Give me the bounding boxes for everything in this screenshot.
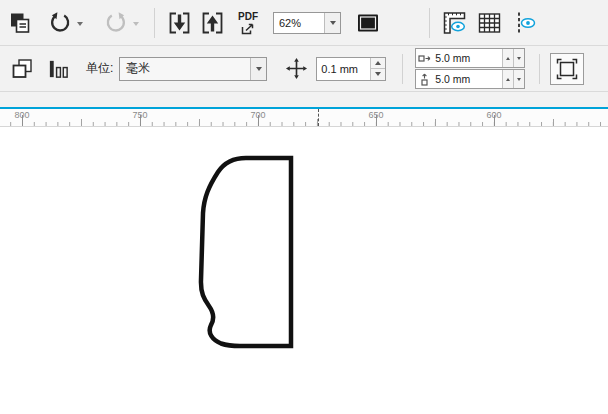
undo-icon bbox=[48, 11, 72, 35]
nudge-offset-icon-wrap bbox=[285, 57, 308, 80]
redo-button[interactable] bbox=[102, 5, 130, 41]
duplicate-x-increase-button[interactable] bbox=[502, 49, 513, 67]
duplicate-x-spinner bbox=[502, 49, 524, 67]
chevron-down-icon bbox=[77, 22, 83, 29]
chevron-down-icon bbox=[330, 21, 336, 28]
duplicate-x-decrease-button[interactable] bbox=[513, 49, 524, 67]
units-dropdown[interactable]: 毫米 bbox=[119, 57, 267, 81]
pdf-label: PDF bbox=[238, 11, 258, 22]
duplicate-distance-group bbox=[415, 48, 525, 89]
ruler-label: 600 bbox=[486, 110, 501, 120]
chevron-down-icon bbox=[256, 67, 262, 74]
ruler-label: 650 bbox=[368, 110, 383, 120]
chevron-down-icon bbox=[133, 22, 139, 29]
units-label: 单位: bbox=[86, 60, 113, 77]
nudge-increase-button[interactable] bbox=[371, 58, 385, 69]
separator bbox=[429, 8, 430, 38]
up-arrow-icon bbox=[506, 57, 510, 60]
zoom-combobox bbox=[273, 12, 341, 34]
units-dropdown-button[interactable] bbox=[250, 58, 266, 80]
nudge-arrows-icon bbox=[285, 57, 308, 80]
fullscreen-preview-icon bbox=[355, 12, 381, 34]
duplicate-y-increase-button[interactable] bbox=[502, 70, 513, 88]
units-value: 毫米 bbox=[120, 58, 250, 80]
undo-group bbox=[46, 5, 86, 41]
undo-dropdown-button[interactable] bbox=[74, 5, 86, 41]
ruler-label: 800 bbox=[14, 110, 29, 120]
show-guidelines-button[interactable] bbox=[510, 5, 539, 41]
horizontal-ruler[interactable]: 800 750 700 650 600 bbox=[0, 107, 608, 127]
redo-icon bbox=[104, 11, 128, 35]
rulers-icon bbox=[442, 11, 467, 35]
up-arrow-icon bbox=[506, 78, 510, 81]
nudge-decrease-button[interactable] bbox=[371, 68, 385, 80]
property-bar: 单位: 毫米 bbox=[0, 46, 608, 92]
standard-toolbar: PDF bbox=[0, 0, 608, 46]
publish-pdf-button[interactable]: PDF bbox=[235, 5, 261, 41]
duplicate-y-icon bbox=[416, 73, 433, 86]
fullscreen-preview-button[interactable] bbox=[353, 5, 383, 41]
show-rulers-button[interactable] bbox=[440, 5, 469, 41]
export-icon bbox=[200, 11, 225, 35]
ruler-label: 700 bbox=[250, 110, 265, 120]
show-grid-button[interactable] bbox=[475, 5, 504, 41]
undo-button[interactable] bbox=[46, 5, 74, 41]
page-size-all-pages-button[interactable] bbox=[8, 51, 37, 87]
nudge-offset-input[interactable] bbox=[317, 58, 370, 80]
duplicate-distance-y-field bbox=[415, 69, 525, 89]
ruler-ticks-major bbox=[0, 115, 608, 126]
columns-icon bbox=[47, 57, 70, 81]
drawing-canvas[interactable] bbox=[0, 127, 608, 414]
duplicate-y-spinner bbox=[502, 70, 524, 88]
bounding-box-icon bbox=[555, 57, 579, 81]
copy-icon bbox=[8, 11, 32, 35]
import-icon bbox=[167, 11, 192, 35]
zoom-input[interactable] bbox=[274, 13, 324, 33]
copy-button[interactable] bbox=[6, 5, 34, 41]
curve-object[interactable] bbox=[201, 158, 291, 346]
grid-icon bbox=[477, 11, 502, 35]
redo-group bbox=[102, 5, 142, 41]
canvas-objects bbox=[0, 127, 608, 414]
separator bbox=[539, 54, 540, 84]
toolbar-gap bbox=[0, 92, 608, 107]
down-arrow-icon bbox=[517, 78, 521, 81]
duplicate-y-decrease-button[interactable] bbox=[513, 70, 524, 88]
import-button[interactable] bbox=[165, 5, 194, 41]
down-arrow-icon bbox=[375, 72, 381, 76]
guidelines-icon bbox=[512, 11, 537, 35]
down-arrow-icon bbox=[517, 57, 521, 60]
ruler-label: 750 bbox=[132, 110, 147, 120]
up-arrow-icon bbox=[375, 61, 381, 65]
separator bbox=[402, 54, 403, 84]
duplicate-x-input[interactable] bbox=[433, 52, 502, 64]
redo-dropdown-button[interactable] bbox=[130, 5, 142, 41]
ruler-position-marker bbox=[318, 109, 319, 126]
duplicate-y-input[interactable] bbox=[433, 73, 502, 85]
bounding-box-toggle[interactable] bbox=[550, 53, 584, 85]
pdf-export-icon bbox=[241, 23, 256, 35]
duplicate-distance-x-field bbox=[415, 48, 525, 68]
coreldraw-window: PDF bbox=[0, 0, 608, 414]
zoom-dropdown-button[interactable] bbox=[324, 13, 340, 33]
overlapping-pages-icon bbox=[10, 57, 35, 81]
nudge-offset-field bbox=[316, 57, 386, 81]
separator bbox=[154, 8, 155, 38]
nudge-spinner bbox=[370, 58, 385, 80]
export-button[interactable] bbox=[198, 5, 227, 41]
page-layout-button[interactable] bbox=[45, 51, 72, 87]
duplicate-x-icon bbox=[416, 52, 433, 65]
